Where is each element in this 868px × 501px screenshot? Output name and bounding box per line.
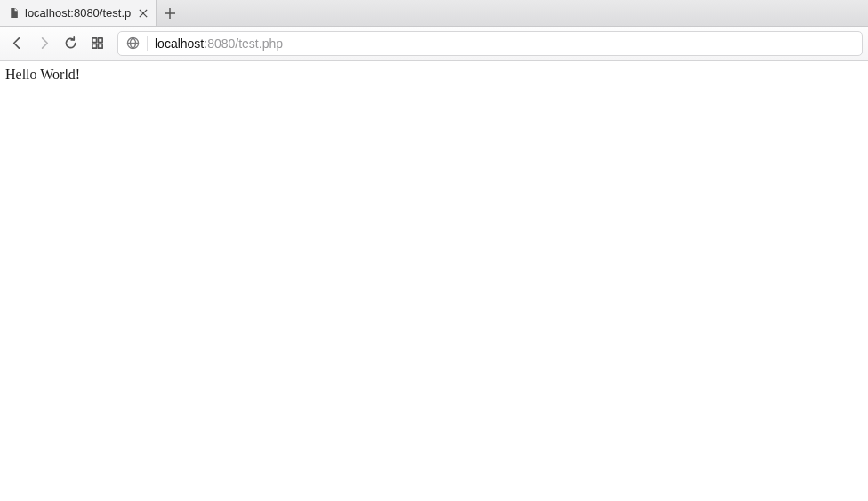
home-speed-dial-button[interactable] (85, 32, 108, 55)
url-text[interactable]: localhost:8080/test.php (155, 37, 855, 50)
tab-strip: localhost:8080/test.p (0, 0, 868, 27)
svg-rect-7 (98, 44, 102, 48)
tab-title: localhost:8080/test.p (25, 6, 131, 20)
site-identity-icon[interactable] (125, 36, 140, 51)
new-tab-button[interactable] (157, 0, 183, 26)
reload-button[interactable] (59, 32, 82, 55)
svg-rect-5 (98, 38, 102, 43)
svg-rect-4 (92, 38, 96, 43)
tab-close-button[interactable] (136, 6, 150, 20)
url-host: localhost (155, 37, 204, 50)
forward-button[interactable] (32, 32, 55, 55)
browser-tab[interactable]: localhost:8080/test.p (0, 0, 157, 26)
toolbar: localhost:8080/test.php (0, 27, 868, 61)
address-separator (147, 36, 148, 51)
url-path: :8080/test.php (204, 37, 283, 50)
body-text: Hello World! (5, 67, 80, 82)
address-bar[interactable]: localhost:8080/test.php (117, 31, 863, 56)
svg-rect-6 (92, 44, 96, 48)
page-favicon (7, 7, 20, 20)
back-button[interactable] (5, 32, 28, 55)
page-content: Hello World! (0, 61, 868, 89)
